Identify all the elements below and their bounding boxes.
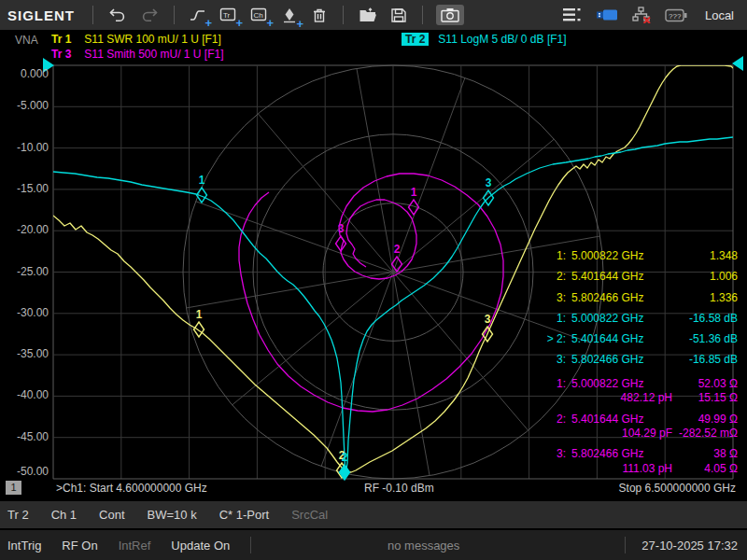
plus-badge: + [296,18,303,30]
readout-row: 1:5.000822 GHz52.03 Ω [540,377,738,391]
y-axis-label: 0.000 [0,67,49,80]
trace3-title[interactable]: Tr 3S11 Smith 500 mU/ 1 U [F1] [51,48,224,61]
tr1-swr-marker-label: 1 [196,308,203,321]
divider [422,6,423,24]
app-label: VNA [15,34,38,47]
add-marker-icon[interactable]: + [279,6,300,25]
readout-row: 3:5.802466 GHz38 Ω [540,447,738,461]
readout-row-active: > 2:5.401644 GHz-51.36 dB [540,329,738,349]
sweep-stop-label: Stop 6.500000000 GHz [619,482,736,495]
delete-icon[interactable] [309,6,330,25]
plus-badge: + [266,17,274,29]
local-mode-button[interactable]: Local [705,8,734,22]
datetime-label: 27-10-2025 17:32 [641,539,738,553]
status-active-trace[interactable]: Tr 2 [7,508,29,522]
status-srccal[interactable]: SrcCal [291,508,328,522]
y-axis-label: -5.000 [0,99,49,112]
toolbar: SIGLENT + Tr + Ch + [0,0,747,30]
tr2-logm-marker-label: 2 [342,451,348,464]
sweep-start-label: >Ch1: Start 4.600000000 GHz [56,482,207,495]
y-axis-label: -45.00 [0,430,49,443]
footer-ref-source[interactable]: IntRef [119,539,151,553]
vna-screen: SIGLENT + Tr + Ch + [0,0,747,560]
svg-text:???: ??? [669,12,682,21]
tr3-smith-marker-label: 1 [411,186,417,199]
status-calibration[interactable]: C* 1-Port [219,508,269,522]
divider [250,537,251,553]
footer-update-state[interactable]: Update On [171,539,230,553]
svg-text:Tr: Tr [223,11,231,20]
add-channel-icon[interactable]: Ch + [248,6,270,24]
add-trace-curve-icon[interactable]: + [188,6,208,24]
divider [343,6,344,24]
rf-power-label: RF -0.10 dBm [364,482,434,495]
battery-icon: ??? [663,7,689,24]
tr2-logm-marker-label: 3 [486,176,492,189]
divider [625,537,626,553]
readout-row: 1:5.000822 GHz-16.58 dB [540,308,738,329]
lan-error-icon[interactable] [629,5,654,25]
tr1-swr-marker-label: 3 [485,313,491,326]
y-axis-label: -20.00 [0,223,49,236]
y-axis-label: -40.00 [0,388,49,401]
footer-bar: IntTrig RF On IntRef Update On no messag… [0,530,747,560]
status-bar: Tr 2 Ch 1 Cont BW=10 k C* 1-Port SrcCal [0,501,747,528]
tr3-smith-marker-label: 3 [338,222,345,235]
y-axis-label: -25.00 [0,265,49,278]
footer-trigger[interactable]: IntTrig [7,539,41,553]
add-trace-window-icon[interactable]: Tr + [218,6,239,24]
trace3-params: S11 Smith 500 mU/ 1 U [F1] [84,48,223,61]
readout-row: 2:5.401644 GHz49.99 Ω [540,413,738,427]
tr3-smith-trace [239,174,503,412]
save-icon[interactable] [388,6,409,25]
redo-icon[interactable] [138,6,161,25]
y-axis-label: -30.00 [0,306,49,319]
trace2-title[interactable]: Tr 2S11 LogM 5 dB/ 0 dB [F1] [402,33,567,46]
tr2-logm-marker-label: 1 [199,174,205,187]
siglent-logo: SIGLENT [7,7,75,23]
channel-bar: 1 >Ch1: Start 4.600000000 GHz RF -0.10 d… [0,480,747,498]
trace1-title[interactable]: Tr 1S11 SWR 100 mU/ 1 U [F1] [51,33,221,46]
open-file-icon[interactable] [357,6,379,25]
readout-row: 3:5.802466 GHz1.336 [540,287,738,308]
y-axis-label: -10.00 [0,141,49,154]
status-sweep-mode[interactable]: Cont [99,508,124,522]
readout-subrow: 482.12 pH15.15 Ω [540,391,738,405]
menu-icon[interactable] [560,6,585,24]
tr1-swr-marker-1 [194,322,204,337]
y-axis-label: -50.00 [0,465,49,478]
trace2-id-active: Tr 2 [402,33,429,46]
readout-row: 2:5.401644 GHz1.006 [540,266,738,287]
undo-icon[interactable] [106,6,129,25]
tr3-smith-marker-label: 2 [394,243,401,256]
trace-header: VNA Tr 1S11 SWR 100 mU/ 1 U [F1] Tr 2S11… [0,30,747,63]
trace1-params: S11 SWR 100 mU/ 1 U [F1] [84,33,221,46]
plus-badge: + [235,17,243,29]
marker-readout: 1:5.000822 GHz1.348 2:5.401644 GHz1.006 … [540,245,738,476]
readout-subrow: 111.03 pH4.05 Ω [540,462,738,476]
channel-badge[interactable]: 1 [6,481,21,495]
footer-rf-state[interactable]: RF On [62,539,97,553]
readout-row: 3:5.802466 GHz-16.85 dB [540,349,738,370]
readout-row: 1:5.000822 GHz1.348 [540,245,738,266]
divider [92,6,93,24]
plus-badge: + [204,17,212,29]
status-active-channel[interactable]: Ch 1 [51,508,77,522]
trace1-id: Tr 1 [51,33,71,46]
readout-subrow: 104.29 pF-282.52 mΩ [540,427,738,441]
status-if-bandwidth[interactable]: BW=10 k [148,508,197,522]
divider [174,6,175,24]
screenshot-icon[interactable] [436,5,464,25]
svg-text:Ch: Ch [254,11,263,20]
y-axis-label: -35.00 [0,347,49,360]
trace2-params: S11 LogM 5 dB/ 0 dB [F1] [438,33,566,46]
y-axis-label: -15.00 [0,182,49,195]
usb-icon[interactable] [594,7,620,23]
trace3-id: Tr 3 [51,48,71,61]
system-message: no messages [388,539,459,553]
